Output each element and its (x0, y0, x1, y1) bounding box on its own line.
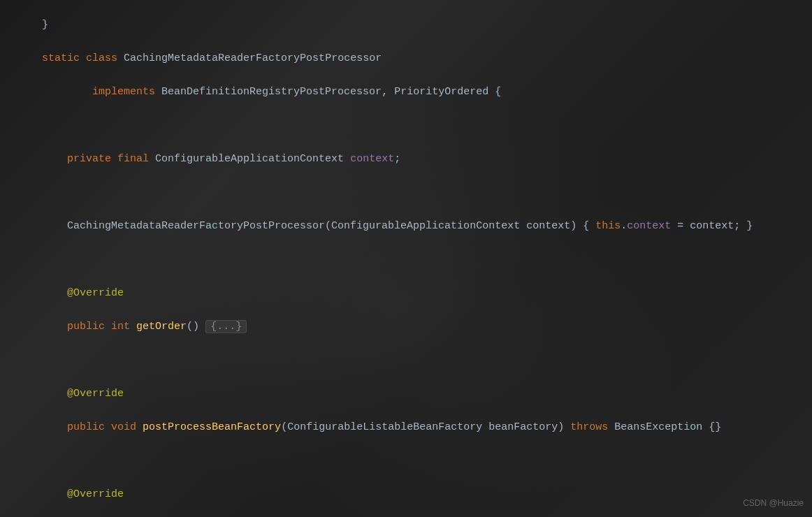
open-brace: { (577, 220, 595, 232)
field-name: context (350, 153, 394, 165)
keyword-private: private (67, 153, 111, 165)
semicolon: ; (394, 153, 400, 165)
code-line: implements BeanDefinitionRegistryPostPro… (17, 84, 795, 101)
exception-type: BeansException (614, 421, 702, 433)
code-line-empty (17, 453, 795, 469)
param-name: context (526, 220, 570, 232)
code-line: public void postProcessBeanFactory(Confi… (17, 419, 795, 436)
interface-name: BeanDefinitionRegistryPostProcessor (161, 86, 382, 98)
code-line: CachingMetadataReaderFactoryPostProcesso… (17, 218, 795, 235)
parens: () (187, 321, 199, 333)
keyword-void: void (111, 421, 136, 433)
watermark: CSDN @Huazie (743, 495, 804, 511)
code-line: @Override (17, 386, 795, 402)
method-name: getOrder (136, 321, 187, 333)
constructor-name: CachingMetadataReaderFactoryPostProcesso… (67, 220, 325, 232)
keyword-throws: throws (570, 421, 608, 433)
close-paren: ) (570, 220, 577, 232)
close-brace: } (740, 220, 753, 232)
code-line: public int getOrder() {...} (17, 319, 795, 335)
param-type: ConfigurableApplicationContext (331, 220, 520, 232)
close-paren: ) (558, 421, 564, 433)
param-type: ConfigurableListableBeanFactory (287, 421, 482, 433)
dot: . (621, 220, 627, 232)
keyword-int: int (111, 321, 130, 333)
annotation-override: @Override (67, 488, 124, 500)
code-line: static class CachingMetadataReaderFactor… (17, 50, 795, 67)
open-paren: ( (281, 421, 287, 433)
field-ref: context (627, 220, 671, 232)
code-line-empty (17, 252, 795, 268)
keyword-this: this (595, 220, 621, 232)
code-line: } (17, 17, 795, 34)
semicolon: ; (734, 220, 740, 232)
code-line: private final ConfigurableApplicationCon… (17, 151, 795, 168)
open-brace: { (488, 86, 501, 98)
keyword-final: final (117, 153, 149, 165)
code-editor[interactable]: } static class CachingMetadataReaderFact… (0, 0, 812, 517)
fold-marker[interactable]: {...} (205, 320, 247, 333)
code-line-empty (17, 352, 795, 369)
comma: , (382, 86, 394, 98)
class-name: CachingMetadataReaderFactoryPostProcesso… (124, 52, 382, 64)
keyword-implements: implements (92, 86, 155, 98)
code-line: @Override (17, 486, 795, 503)
code-line: @Override (17, 285, 795, 302)
empty-braces: {} (702, 421, 721, 433)
keyword-public: public (67, 421, 105, 433)
equals: = (671, 220, 690, 232)
code-line-empty (17, 117, 795, 134)
keyword-static: static (42, 52, 80, 64)
code-line-empty (17, 184, 795, 201)
keyword-class: class (86, 52, 117, 64)
type-name: ConfigurableApplicationContext (155, 153, 344, 165)
method-name: postProcessBeanFactory (143, 421, 281, 433)
annotation-override: @Override (67, 287, 124, 299)
interface-name: PriorityOrdered (394, 86, 488, 98)
keyword-public: public (67, 321, 105, 333)
open-paren: ( (325, 220, 331, 232)
annotation-override: @Override (67, 388, 124, 400)
param-name: beanFactory (488, 421, 558, 433)
param-ref: context (690, 220, 734, 232)
close-brace: } (42, 19, 48, 31)
